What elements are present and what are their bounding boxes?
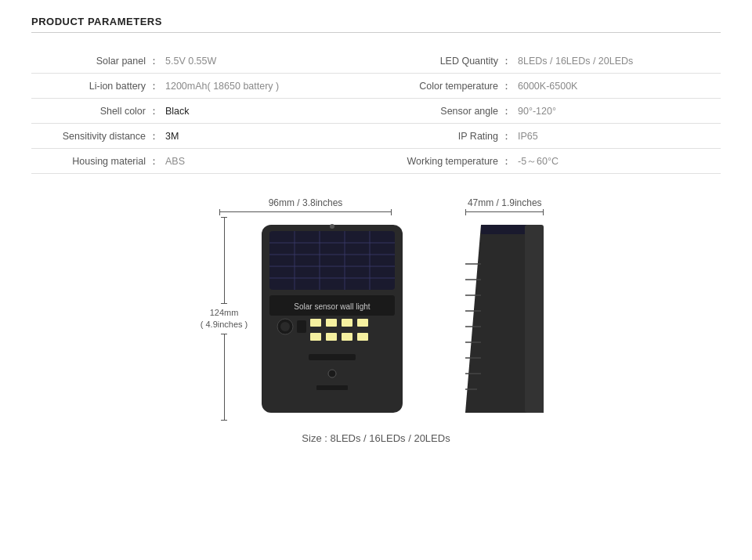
svg-rect-22 bbox=[342, 333, 352, 341]
diagram-right: 47mm / 1.9inches bbox=[457, 197, 551, 421]
diagram-area: 96mm / 3.8inches 124mm ( 4.9inches ) bbox=[31, 197, 721, 421]
param-colon: ： bbox=[149, 155, 165, 168]
params-col-left: Solar panel ： 5.5V 0.55W Li-ion battery … bbox=[31, 49, 376, 174]
svg-point-25 bbox=[328, 370, 336, 378]
param-colon: ： bbox=[149, 55, 165, 68]
param-row: Shell color ： Black bbox=[31, 99, 376, 124]
params-col-right: LED Quantity ： 8LEDs / 16LEDs / 20LEDs C… bbox=[376, 49, 721, 174]
param-value: -5～60°C bbox=[518, 155, 559, 168]
svg-rect-17 bbox=[326, 319, 337, 327]
param-value: 1200mAh( 18650 battery ) bbox=[165, 81, 279, 92]
left-dim-line-top bbox=[224, 217, 225, 304]
left-dim-label: 124mm ( 4.9inches ) bbox=[201, 307, 248, 331]
svg-rect-15 bbox=[297, 320, 306, 333]
param-row: Housing material ： ABS bbox=[31, 149, 376, 174]
param-label: Li-ion battery bbox=[31, 81, 149, 92]
left-dim-line-bottom bbox=[224, 334, 225, 421]
svg-rect-16 bbox=[310, 319, 321, 327]
param-label: Sensitivity distance bbox=[31, 131, 149, 142]
param-label: Shell color bbox=[31, 106, 149, 117]
param-row: Li-ion battery ： 1200mAh( 18650 battery … bbox=[31, 74, 376, 99]
param-row: IP Rating ： IP65 bbox=[376, 124, 721, 149]
param-colon: ： bbox=[149, 105, 165, 118]
left-dim: 124mm ( 4.9inches ) bbox=[201, 217, 248, 421]
param-value: Black bbox=[165, 106, 190, 117]
param-colon: ： bbox=[501, 105, 518, 118]
param-row: Color temperature ： 6000K-6500K bbox=[376, 74, 721, 99]
param-label: Housing material bbox=[31, 156, 149, 167]
param-colon: ： bbox=[149, 130, 165, 143]
param-colon: ： bbox=[501, 80, 518, 93]
params-area: Solar panel ： 5.5V 0.55W Li-ion battery … bbox=[31, 49, 721, 174]
param-value: 5.5V 0.55W bbox=[165, 56, 216, 67]
param-colon: ： bbox=[149, 80, 165, 93]
svg-rect-37 bbox=[481, 225, 528, 234]
param-value: ABS bbox=[165, 156, 185, 167]
top-dim-line bbox=[219, 211, 392, 212]
param-colon: ： bbox=[501, 55, 518, 68]
svg-rect-26 bbox=[316, 385, 348, 390]
param-label: Sensor angle bbox=[376, 106, 501, 117]
param-row: Sensitivity distance ： 3M bbox=[31, 124, 376, 149]
svg-rect-24 bbox=[309, 354, 356, 360]
param-value: IP65 bbox=[518, 131, 538, 142]
param-colon: ： bbox=[501, 155, 518, 168]
param-row: Working temperature ： -5～60°C bbox=[376, 149, 721, 174]
svg-rect-19 bbox=[357, 319, 368, 327]
svg-point-10 bbox=[330, 224, 334, 229]
svg-text:Solar sensor wall light: Solar sensor wall light bbox=[295, 302, 371, 311]
device-side-svg bbox=[457, 217, 551, 421]
device-front-container: 124mm ( 4.9inches ) bbox=[201, 217, 411, 421]
top-dim-arrow bbox=[219, 211, 392, 212]
param-colon: ： bbox=[501, 130, 518, 143]
section-title: PRODUCT PARAMETERS bbox=[31, 16, 721, 33]
param-label: Color temperature bbox=[376, 81, 501, 92]
param-label: IP Rating bbox=[376, 131, 501, 142]
page: PRODUCT PARAMETERS Solar panel ： 5.5V 0.… bbox=[0, 0, 752, 560]
param-row: Sensor angle ： 90°-120° bbox=[376, 99, 721, 124]
param-label: Solar panel bbox=[31, 56, 149, 67]
svg-point-14 bbox=[280, 322, 290, 331]
device-front-svg: Solar sensor wall light bbox=[254, 217, 410, 421]
bottom-size-label: Size : 8LEDs / 16LEDs / 20LEDs bbox=[31, 432, 721, 444]
svg-rect-1 bbox=[269, 231, 395, 290]
svg-rect-23 bbox=[357, 333, 368, 341]
right-dim-arrow bbox=[465, 211, 544, 212]
right-dim-label: 47mm / 1.9inches bbox=[468, 197, 542, 208]
svg-rect-21 bbox=[326, 333, 337, 341]
diagram-left: 96mm / 3.8inches 124mm ( 4.9inches ) bbox=[201, 197, 411, 421]
top-dim-label: 96mm / 3.8inches bbox=[269, 197, 343, 208]
svg-rect-18 bbox=[342, 319, 352, 327]
right-dim-line bbox=[465, 211, 544, 212]
param-value: 6000K-6500K bbox=[518, 81, 577, 92]
param-row: LED Quantity ： 8LEDs / 16LEDs / 20LEDs bbox=[376, 49, 721, 74]
param-value: 8LEDs / 16LEDs / 20LEDs bbox=[518, 56, 633, 67]
param-label: Working temperature bbox=[376, 156, 501, 167]
svg-rect-20 bbox=[310, 333, 321, 341]
svg-rect-38 bbox=[525, 225, 544, 413]
param-value: 3M bbox=[165, 131, 179, 142]
param-value: 90°-120° bbox=[518, 106, 556, 117]
param-label: LED Quantity bbox=[376, 56, 501, 67]
param-row: Solar panel ： 5.5V 0.55W bbox=[31, 49, 376, 74]
